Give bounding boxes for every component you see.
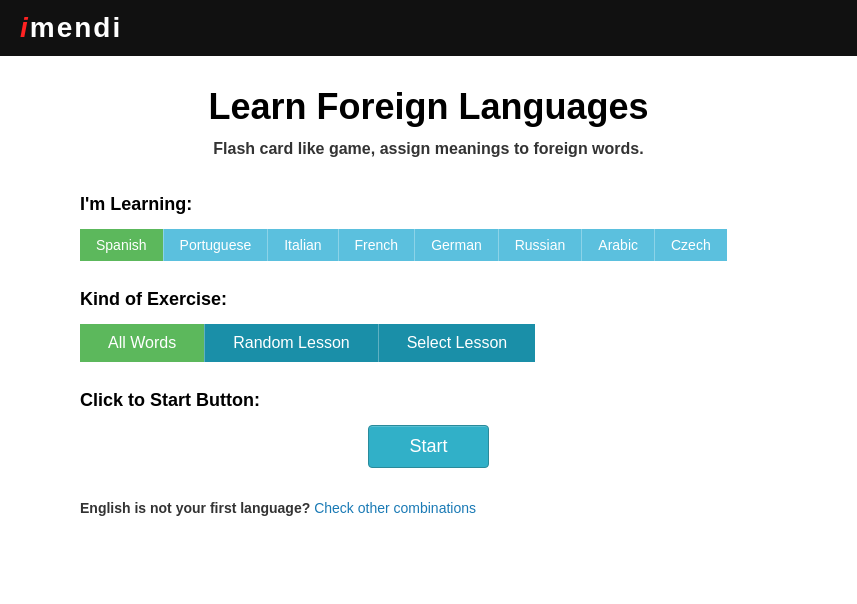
start-button[interactable]: Start (368, 425, 488, 468)
exercise-button-all-words[interactable]: All Words (80, 324, 204, 362)
subtitle: Flash card like game, assign meanings to… (80, 140, 777, 158)
language-button-german[interactable]: German (414, 229, 498, 261)
language-button-russian[interactable]: Russian (498, 229, 582, 261)
logo: imendi (20, 12, 122, 44)
exercise-label: Kind of Exercise: (80, 289, 777, 310)
main-content: Learn Foreign Languages Flash card like … (0, 56, 857, 546)
footer-note: English is not your first language? Chec… (80, 500, 777, 516)
language-button-spanish[interactable]: Spanish (80, 229, 163, 261)
start-label: Click to Start Button: (80, 390, 777, 411)
exercise-button-random-lesson[interactable]: Random Lesson (204, 324, 378, 362)
exercise-button-select-lesson[interactable]: Select Lesson (378, 324, 536, 362)
language-button-arabic[interactable]: Arabic (581, 229, 654, 261)
exercise-section: Kind of Exercise: All WordsRandom Lesson… (80, 289, 777, 362)
language-buttons: SpanishPortugueseItalianFrenchGermanRuss… (80, 229, 777, 261)
language-button-czech[interactable]: Czech (654, 229, 727, 261)
exercise-buttons: All WordsRandom LessonSelect Lesson (80, 324, 777, 362)
page-title: Learn Foreign Languages (80, 86, 777, 128)
learning-label: I'm Learning: (80, 194, 777, 215)
footer-text: English is not your first language? (80, 500, 310, 516)
logo-i-letter: i (20, 12, 30, 43)
start-section: Click to Start Button: Start (80, 390, 777, 468)
language-section: I'm Learning: SpanishPortugueseItalianFr… (80, 194, 777, 261)
language-button-italian[interactable]: Italian (267, 229, 337, 261)
logo-text: mendi (30, 12, 122, 43)
header: imendi (0, 0, 857, 56)
start-button-wrapper: Start (80, 425, 777, 468)
language-button-french[interactable]: French (338, 229, 415, 261)
footer-link[interactable]: Check other combinations (314, 500, 476, 516)
language-button-portuguese[interactable]: Portuguese (163, 229, 268, 261)
